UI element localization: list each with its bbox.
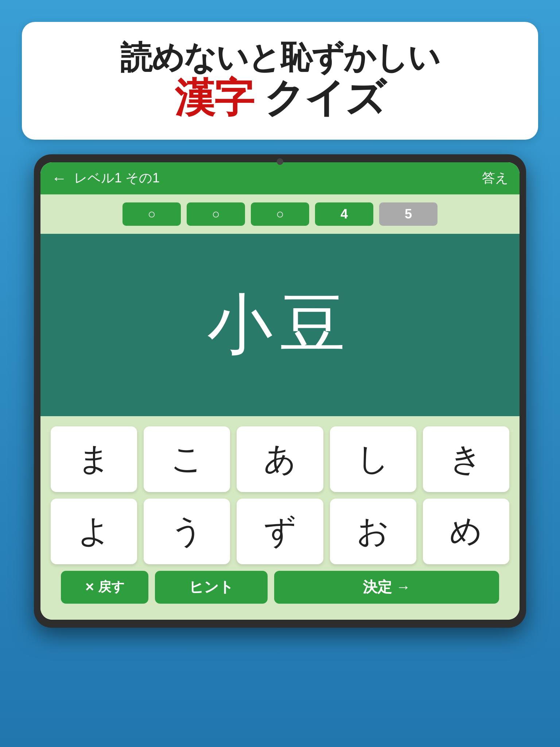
confirm-label: 決定 →: [363, 577, 411, 597]
delete-button[interactable]: ✕ 戻す: [61, 571, 148, 604]
question-kanji: 小豆: [207, 281, 353, 369]
key-ki[interactable]: き: [423, 426, 509, 492]
header-line1: 読めないと恥ずかしい: [47, 40, 513, 76]
header-banner: 読めないと恥ずかしい 漢字 クイズ: [22, 22, 538, 140]
progress-item-3: ○: [251, 202, 309, 226]
key-u[interactable]: う: [144, 499, 230, 564]
hint-button[interactable]: ヒント: [155, 571, 268, 604]
progress-item-4: 4: [315, 202, 373, 226]
key-me[interactable]: め: [423, 499, 509, 564]
progress-bar: ○ ○ ○ 4 5: [40, 194, 520, 234]
app-topbar: ← レベル1 その1 答え: [40, 162, 520, 194]
header-kanji-text: 漢字: [175, 75, 253, 120]
delete-label: 戻す: [98, 578, 125, 596]
hint-label: ヒント: [189, 577, 234, 597]
action-bar: ✕ 戻す ヒント 決定 →: [51, 571, 509, 614]
key-shi[interactable]: し: [330, 426, 416, 492]
answer-button[interactable]: 答え: [482, 169, 509, 187]
keyboard-grid: ま こ あ し き よ う ず お め: [51, 426, 509, 564]
confirm-button[interactable]: 決定 →: [274, 571, 499, 604]
topbar-title: レベル1 その1: [74, 169, 482, 187]
key-zu[interactable]: ず: [237, 499, 323, 564]
tablet-camera: [277, 158, 283, 165]
key-a[interactable]: あ: [237, 426, 323, 492]
back-button[interactable]: ←: [51, 170, 67, 187]
tablet-screen: ← レベル1 その1 答え ○ ○ ○ 4 5 小豆 ま こ あ し き: [40, 162, 520, 620]
progress-item-1: ○: [122, 202, 181, 226]
progress-item-5: 5: [379, 202, 438, 226]
keyboard-area: ま こ あ し き よ う ず お め ✕ 戻す ヒント: [40, 416, 520, 620]
key-ma[interactable]: ま: [51, 426, 137, 492]
key-yo[interactable]: よ: [51, 499, 137, 564]
question-area: 小豆: [40, 234, 520, 416]
progress-item-2: ○: [187, 202, 245, 226]
key-o[interactable]: お: [330, 499, 416, 564]
header-normal-text: クイズ: [264, 75, 385, 120]
key-ko[interactable]: こ: [144, 426, 230, 492]
header-line2: 漢字 クイズ: [47, 76, 513, 120]
delete-icon: ✕: [85, 580, 94, 594]
tablet-frame: ← レベル1 その1 答え ○ ○ ○ 4 5 小豆 ま こ あ し き: [34, 154, 526, 628]
